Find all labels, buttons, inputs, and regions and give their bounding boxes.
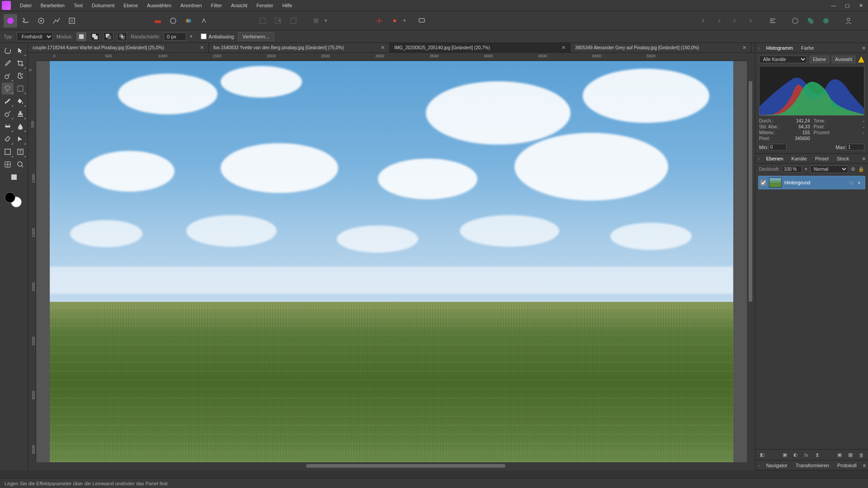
menu-dokument[interactable]: Dokument: [87, 1, 119, 10]
soft-proof-button[interactable]: [166, 14, 180, 28]
doc-tab-2[interactable]: IMG_20200625_205140.jpg [Geändert] (20,7…: [390, 43, 571, 52]
tone-map-persona-button[interactable]: [50, 14, 63, 28]
menu-datei[interactable]: Datei: [15, 1, 36, 10]
lock-icon[interactable]: 🔒: [858, 166, 864, 172]
stamp-tool[interactable]: [14, 108, 26, 120]
color-swatches[interactable]: [0, 192, 28, 210]
liquify-persona-button[interactable]: [19, 14, 33, 28]
foreground-color-swatch[interactable]: [5, 192, 15, 203]
move-tool[interactable]: [14, 45, 26, 56]
blend-mode-select[interactable]: Normal: [810, 165, 848, 173]
feather-input[interactable]: [164, 33, 186, 41]
auswahl-button[interactable]: Auswahl: [832, 56, 855, 63]
close-button[interactable]: ✕: [855, 1, 866, 9]
max-input[interactable]: [846, 144, 864, 150]
sync2-button[interactable]: [804, 14, 817, 28]
pen-tool[interactable]: [14, 133, 26, 145]
panel-menu-icon[interactable]: ≡: [863, 463, 866, 468]
channel-select[interactable]: Alle Kanäle: [759, 56, 807, 63]
snapping-button[interactable]: [373, 14, 386, 28]
flood-select-tool[interactable]: [14, 70, 26, 82]
menu-ebene[interactable]: Ebene: [119, 1, 142, 10]
adjustment-layer-button[interactable]: ◐: [792, 451, 800, 459]
fx-layer-button[interactable]: fx: [802, 451, 811, 459]
order-backward-button[interactable]: [712, 14, 726, 28]
add-pixel-layer-button[interactable]: ▦: [846, 451, 854, 459]
selection-new-button[interactable]: [256, 14, 269, 28]
auto-contrast-button[interactable]: [197, 14, 211, 28]
view-tool[interactable]: [2, 45, 14, 56]
tab-kanaele[interactable]: Kanäle: [790, 155, 809, 162]
menu-hilfe[interactable]: Hilfe: [278, 1, 297, 10]
menu-text[interactable]: Text: [69, 1, 87, 10]
color-format-button[interactable]: [151, 14, 165, 28]
crop-tool[interactable]: [14, 57, 26, 69]
refine-button[interactable]: Verfeinern...: [238, 32, 274, 41]
menu-anordnen[interactable]: Anordnen: [176, 1, 207, 10]
order-back-button[interactable]: [697, 14, 711, 28]
tab-ebenen[interactable]: Ebenen: [764, 155, 785, 162]
mode-sub-button[interactable]: [104, 32, 113, 41]
doc-tab-3[interactable]: 3805349 Alexander Grey auf Pixabay.jpg […: [571, 43, 751, 52]
min-input[interactable]: [769, 144, 787, 150]
asset-tool[interactable]: [8, 171, 20, 183]
dodge-tool[interactable]: [2, 108, 14, 120]
sync3-button[interactable]: [819, 14, 833, 28]
canvas[interactable]: [36, 61, 747, 462]
layer-name[interactable]: Hintergrund: [784, 180, 847, 185]
menu-ansicht[interactable]: Ansicht: [226, 1, 252, 10]
text-tool[interactable]: T: [14, 146, 26, 158]
mode-new-button[interactable]: [76, 32, 86, 41]
healing-tool[interactable]: [2, 121, 14, 132]
layer-link-icon[interactable]: ◇: [849, 180, 855, 185]
panel-collapse-icon[interactable]: ‹: [758, 156, 760, 161]
mesh-tool[interactable]: [2, 159, 14, 170]
chromatic-button[interactable]: [182, 14, 195, 28]
scrollbar-horizontal[interactable]: [36, 462, 747, 470]
panel-collapse-icon[interactable]: ‹: [758, 45, 760, 51]
ebene-button[interactable]: Ebene: [810, 56, 829, 63]
close-icon[interactable]: ✕: [200, 45, 204, 51]
tab-navigator[interactable]: Navigator: [764, 462, 789, 469]
ruler-origin[interactable]: [28, 53, 36, 61]
typ-select[interactable]: Freihändig: [17, 32, 53, 41]
doc-tab-1[interactable]: fox-1540833 Yvette van den Berg pixabay.…: [209, 43, 390, 52]
layer-item[interactable]: Hintergrund ◇ ●: [758, 176, 865, 189]
zoom-tool[interactable]: [14, 159, 26, 170]
antialias-checkbox-wrap[interactable]: Antialiasing: [201, 33, 234, 39]
photo-persona-button[interactable]: [4, 14, 17, 28]
antialias-checkbox[interactable]: [201, 33, 207, 39]
paint-brush-tool[interactable]: [2, 95, 14, 107]
tab-stock[interactable]: Stock: [835, 155, 851, 162]
minimize-button[interactable]: —: [828, 1, 839, 9]
shape-tool[interactable]: [2, 146, 14, 158]
mode-intersect-button[interactable]: [117, 32, 127, 41]
freehand-select-tool[interactable]: [2, 83, 14, 94]
close-icon[interactable]: ✕: [381, 45, 385, 51]
close-icon[interactable]: ✕: [561, 45, 566, 51]
delete-layer-button[interactable]: 🗑: [857, 451, 865, 459]
align-button[interactable]: [766, 14, 779, 28]
tab-histogramm[interactable]: Histogramm: [764, 44, 795, 52]
group-layer-button[interactable]: ▣: [835, 451, 844, 459]
menu-fenster[interactable]: Fenster: [252, 1, 278, 10]
fill-tool[interactable]: [14, 95, 26, 107]
mask-layer-button[interactable]: ▣: [781, 451, 789, 459]
order-front-button[interactable]: [743, 14, 757, 28]
tab-protokoll[interactable]: Protokoll: [835, 462, 859, 469]
selection-add-button[interactable]: +: [271, 14, 285, 28]
develop-persona-button[interactable]: [34, 14, 48, 28]
warning-icon[interactable]: [858, 56, 864, 63]
panel-menu-icon[interactable]: ≡: [863, 45, 865, 51]
quick-mask-button[interactable]: [309, 14, 323, 28]
doc-tab-0[interactable]: couple-1718244 Karen Warfel auf Pixabay.…: [28, 43, 209, 52]
layer-visibility-checkbox[interactable]: [760, 180, 766, 186]
order-forward-button[interactable]: [728, 14, 741, 28]
tab-farbe[interactable]: Farbe: [799, 44, 816, 52]
panel-menu-icon[interactable]: ≡: [863, 156, 865, 161]
opacity-input[interactable]: [782, 166, 802, 173]
menu-auswaehlen[interactable]: Auswählen: [142, 1, 176, 10]
ruler-horizontal[interactable]: 0 500 1000 1500 2000 2500 3000 3500 4000…: [36, 53, 747, 61]
gear-icon[interactable]: ⚙: [851, 166, 855, 172]
tab-transformieren[interactable]: Transformieren: [794, 462, 831, 469]
